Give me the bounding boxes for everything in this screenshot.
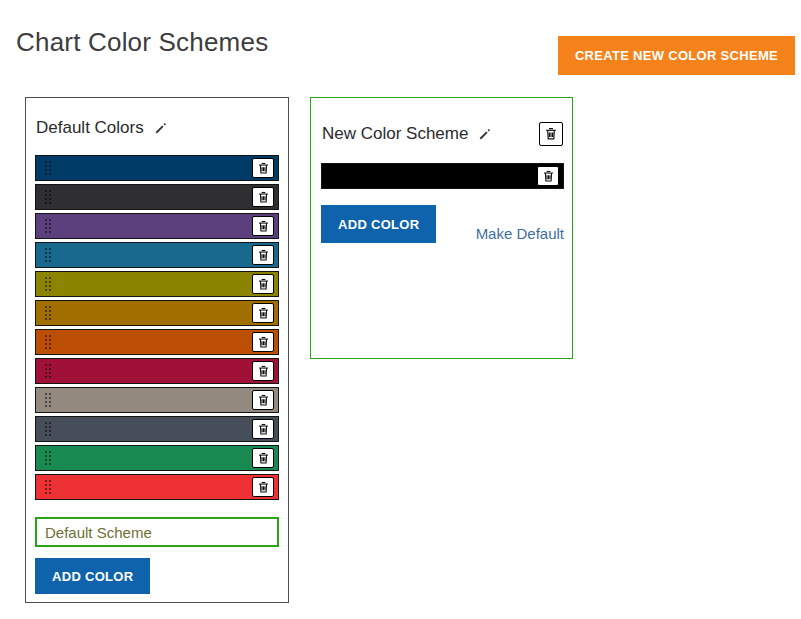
color-schemes-container: Default Colors [25, 97, 573, 603]
color-swatch[interactable] [35, 329, 279, 355]
page-title: Chart Color Schemes [16, 27, 268, 58]
delete-color-button[interactable] [252, 216, 274, 236]
color-swatch[interactable] [35, 213, 279, 239]
panel-header: New Color Scheme [322, 122, 563, 146]
drag-handle-icon[interactable] [44, 218, 51, 235]
trash-icon [544, 127, 558, 141]
drag-handle-icon[interactable] [44, 276, 51, 293]
scheme-title: New Color Scheme [322, 124, 468, 144]
drag-handle-icon[interactable] [44, 479, 51, 496]
delete-color-button[interactable] [252, 187, 274, 207]
trash-icon [542, 170, 555, 183]
delete-color-button[interactable] [252, 274, 274, 294]
trash-icon [257, 481, 270, 494]
drag-handle-icon[interactable] [44, 334, 51, 351]
delete-color-button[interactable] [252, 477, 274, 497]
color-swatch[interactable] [35, 445, 279, 471]
drag-handle-icon[interactable] [44, 305, 51, 322]
color-swatch-list [35, 155, 279, 500]
delete-color-button[interactable] [252, 419, 274, 439]
trash-icon [257, 365, 270, 378]
drag-handle-icon[interactable] [44, 160, 51, 177]
color-swatch[interactable] [321, 163, 564, 189]
drag-handle-icon[interactable] [44, 247, 51, 264]
trash-icon [257, 278, 270, 291]
new-color-scheme-panel: New Color Scheme [310, 97, 573, 359]
color-swatch[interactable] [35, 387, 279, 413]
add-color-button[interactable]: ADD COLOR [35, 558, 150, 594]
add-color-button[interactable]: ADD COLOR [321, 205, 436, 243]
scheme-title: Default Colors [36, 118, 144, 138]
trash-icon [257, 452, 270, 465]
delete-color-button[interactable] [252, 361, 274, 381]
make-default-link[interactable]: Make Default [476, 225, 564, 243]
create-new-color-scheme-button[interactable]: CREATE NEW COLOR SCHEME [558, 36, 795, 75]
trash-icon [257, 162, 270, 175]
delete-color-button[interactable] [252, 303, 274, 323]
color-swatch[interactable] [35, 184, 279, 210]
delete-color-button[interactable] [537, 166, 559, 186]
edit-pencil-icon[interactable] [477, 127, 492, 142]
trash-icon [257, 336, 270, 349]
delete-color-button[interactable] [252, 158, 274, 178]
default-colors-panel: Default Colors [25, 97, 289, 603]
color-swatch[interactable] [35, 358, 279, 384]
color-swatch[interactable] [35, 416, 279, 442]
delete-color-button[interactable] [252, 332, 274, 352]
scheme-name-input[interactable] [35, 517, 279, 547]
edit-pencil-icon[interactable] [153, 121, 168, 136]
color-swatch[interactable] [35, 155, 279, 181]
delete-color-button[interactable] [252, 245, 274, 265]
delete-color-button[interactable] [252, 390, 274, 410]
color-swatch[interactable] [35, 242, 279, 268]
color-swatch[interactable] [35, 271, 279, 297]
trash-icon [257, 249, 270, 262]
drag-handle-icon[interactable] [330, 168, 337, 185]
drag-handle-icon[interactable] [44, 363, 51, 380]
drag-handle-icon[interactable] [44, 450, 51, 467]
trash-icon [257, 394, 270, 407]
drag-handle-icon[interactable] [44, 392, 51, 409]
trash-icon [257, 423, 270, 436]
color-swatch[interactable] [35, 300, 279, 326]
delete-color-button[interactable] [252, 448, 274, 468]
color-swatch-list [321, 163, 564, 189]
trash-icon [257, 307, 270, 320]
trash-icon [257, 191, 270, 204]
color-swatch[interactable] [35, 474, 279, 500]
drag-handle-icon[interactable] [44, 189, 51, 206]
delete-scheme-button[interactable] [539, 122, 563, 146]
drag-handle-icon[interactable] [44, 421, 51, 438]
panel-header: Default Colors [36, 118, 278, 138]
scheme-actions-row: ADD COLOR Make Default [321, 205, 564, 243]
trash-icon [257, 220, 270, 233]
